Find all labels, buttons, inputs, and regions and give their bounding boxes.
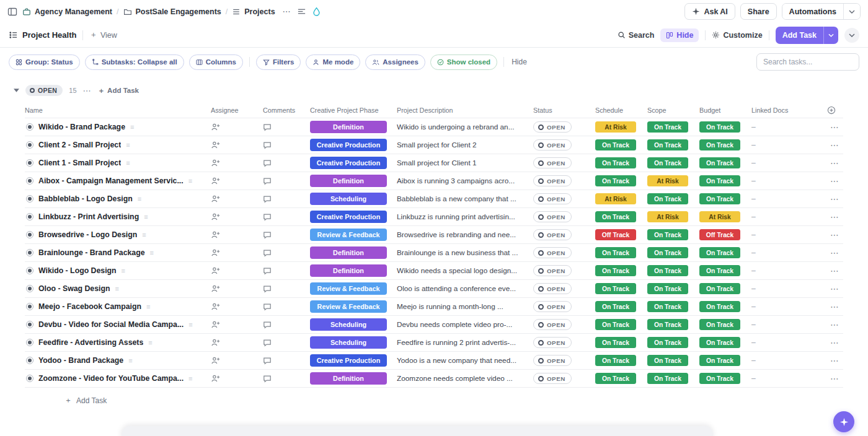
row-menu-ellipsis[interactable]: ⋯	[830, 266, 843, 276]
table-row[interactable]: Wikido - Logo Design ≡ Definition Wikido…	[25, 262, 843, 280]
collapse-bar-button[interactable]	[844, 28, 859, 43]
column-header-status[interactable]: Status	[533, 107, 595, 114]
schedule-badge[interactable]: On Track	[595, 247, 636, 258]
task-name[interactable]: Zoomzone - Video for YouTube Campa...	[38, 374, 184, 383]
table-row[interactable]: Yodoo - Brand Package ≡ Creative Product…	[25, 352, 843, 370]
comment-icon[interactable]	[263, 177, 272, 185]
budget-badge[interactable]: On Track	[699, 337, 740, 348]
task-status-icon[interactable]	[26, 195, 33, 203]
row-menu-ellipsis[interactable]: ⋯	[830, 373, 843, 383]
comment-icon[interactable]	[263, 339, 272, 347]
project-description[interactable]: Feedfire is running 2 print advertis-...	[397, 338, 533, 347]
task-name[interactable]: Feedfire - Advertising Assets	[38, 338, 143, 347]
scope-badge[interactable]: On Track	[647, 337, 688, 348]
comment-icon[interactable]	[263, 213, 272, 221]
task-status-pill[interactable]: OPEN	[533, 211, 572, 222]
comment-icon[interactable]	[263, 303, 272, 311]
task-name[interactable]: Yodoo - Brand Package	[38, 356, 123, 365]
task-status-icon[interactable]	[26, 357, 33, 364]
show-closed-button[interactable]: Show closed	[430, 54, 497, 70]
scope-badge[interactable]: On Track	[647, 283, 688, 294]
comment-icon[interactable]	[263, 141, 272, 149]
share-button[interactable]: Share	[740, 3, 777, 20]
table-row[interactable]: Browsedrive - Logo Design ≡ Review & Fee…	[25, 226, 843, 244]
schedule-badge[interactable]: On Track	[595, 265, 636, 276]
schedule-badge[interactable]: At Risk	[595, 193, 636, 204]
scope-badge[interactable]: At Risk	[647, 175, 688, 186]
add-assignee-icon[interactable]	[211, 212, 220, 221]
budget-badge[interactable]: On Track	[699, 139, 740, 150]
add-assignee-icon[interactable]	[211, 338, 220, 347]
task-name[interactable]: Browsedrive - Logo Design	[38, 230, 137, 239]
table-row[interactable]: Aibox - Campaign Management Servic... ≡ …	[25, 172, 843, 190]
table-row[interactable]: Babbleblab - Logo Design ≡ Scheduling Ba…	[25, 190, 843, 208]
scope-badge[interactable]: On Track	[647, 139, 688, 150]
task-status-pill[interactable]: OPEN	[533, 193, 572, 204]
list-settings-icon[interactable]	[297, 7, 306, 16]
add-assignee-icon[interactable]	[211, 266, 220, 275]
add-assignee-icon[interactable]	[211, 230, 220, 239]
comment-icon[interactable]	[263, 123, 272, 131]
schedule-badge[interactable]: At Risk	[595, 121, 636, 133]
task-status-icon[interactable]	[26, 321, 33, 328]
task-status-icon[interactable]	[26, 231, 33, 238]
task-status-icon[interactable]	[26, 285, 33, 292]
row-menu-ellipsis[interactable]: ⋯	[830, 212, 843, 222]
add-assignee-icon[interactable]	[211, 356, 220, 365]
comment-icon[interactable]	[263, 231, 272, 239]
task-status-pill[interactable]: OPEN	[533, 157, 572, 168]
task-status-icon[interactable]	[26, 213, 33, 220]
task-name[interactable]: Linkbuzz - Print Advertising	[38, 212, 139, 221]
scope-badge[interactable]: At Risk	[647, 211, 688, 222]
row-menu-ellipsis[interactable]: ⋯	[830, 122, 843, 132]
caret-down-icon[interactable]	[14, 89, 19, 92]
task-status-icon[interactable]	[26, 375, 33, 382]
column-header-linked-docs[interactable]: Linked Docs	[751, 107, 806, 114]
task-name[interactable]: Babbleblab - Logo Design	[38, 194, 133, 203]
column-header-name[interactable]: Name	[25, 107, 211, 114]
subtasks-button[interactable]: Subtasks: Collapse all	[85, 54, 184, 70]
add-assignee-icon[interactable]	[211, 374, 220, 383]
phase-badge[interactable]: Creative Production	[310, 139, 387, 151]
add-column-icon[interactable]	[827, 106, 841, 115]
column-header-assignee[interactable]: Assignee	[211, 107, 263, 114]
me-mode-button[interactable]: Me mode	[306, 54, 360, 70]
project-description[interactable]: Zoomzone needs complete video ...	[397, 374, 533, 383]
row-menu-ellipsis[interactable]: ⋯	[830, 176, 843, 186]
comment-icon[interactable]	[263, 249, 272, 257]
scope-badge[interactable]: On Track	[647, 265, 688, 276]
add-assignee-icon[interactable]	[211, 302, 220, 311]
phase-badge[interactable]: Definition	[310, 246, 387, 259]
comment-icon[interactable]	[263, 357, 272, 365]
row-menu-ellipsis[interactable]: ⋯	[830, 320, 843, 329]
search-button[interactable]: Search	[618, 31, 655, 40]
group-menu-ellipsis[interactable]: ⋯	[83, 86, 92, 95]
budget-badge[interactable]: On Track	[699, 319, 740, 330]
columns-button[interactable]: Columns	[189, 54, 243, 70]
project-description[interactable]: Small project for Client 1	[397, 159, 533, 167]
scope-badge[interactable]: On Track	[647, 247, 688, 258]
task-status-pill[interactable]: OPEN	[533, 121, 572, 133]
comment-icon[interactable]	[263, 285, 272, 293]
table-row[interactable]: Linkbuzz - Print Advertising ≡ Creative …	[25, 208, 843, 226]
task-status-pill[interactable]: OPEN	[533, 373, 572, 384]
breadcrumb-list[interactable]: Projects	[232, 7, 275, 16]
schedule-badge[interactable]: On Track	[595, 283, 636, 294]
schedule-badge[interactable]: On Track	[595, 301, 636, 312]
project-description[interactable]: Devbu needs complete video pro-...	[397, 320, 533, 329]
budget-badge[interactable]: On Track	[699, 193, 740, 204]
task-name[interactable]: Brainlounge - Brand Package	[38, 248, 145, 257]
table-row[interactable]: Brainlounge - Brand Package ≡ Definition…	[25, 244, 843, 262]
task-status-icon[interactable]	[26, 159, 33, 167]
task-status-icon[interactable]	[26, 267, 33, 274]
breadcrumb-workspace[interactable]: Agency Management	[22, 7, 112, 16]
breadcrumb-ellipsis[interactable]: ⋯	[283, 7, 291, 16]
add-assignee-icon[interactable]	[211, 141, 220, 149]
schedule-badge[interactable]: On Track	[595, 337, 636, 348]
schedule-badge[interactable]: On Track	[595, 355, 636, 366]
assignees-button[interactable]: Assignees	[365, 54, 425, 70]
project-description[interactable]: Yodoo is a new company that need...	[397, 356, 533, 365]
phase-badge[interactable]: Definition	[310, 372, 387, 385]
budget-badge[interactable]: On Track	[699, 121, 740, 133]
schedule-badge[interactable]: On Track	[595, 175, 636, 186]
